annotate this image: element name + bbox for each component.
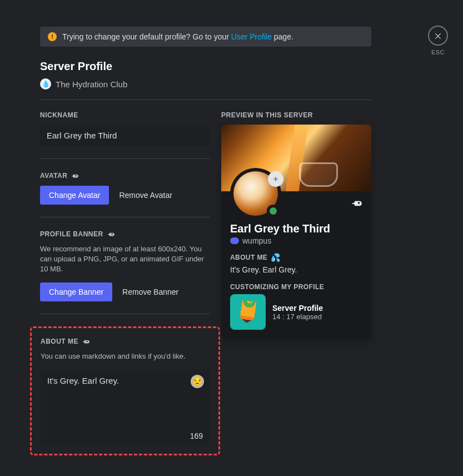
add-image-icon (272, 175, 280, 183)
change-avatar-button[interactable]: Change Avatar (40, 186, 109, 205)
page-title: Server Profile (40, 60, 371, 73)
preview-about-text: It's Grey. Earl Grey. (230, 265, 362, 274)
activity-elapsed: 14 : 17 elapsed (272, 313, 323, 321)
activity-title: Server Profile (272, 304, 323, 313)
about-me-label: ABOUT ME (41, 338, 78, 345)
divider (40, 314, 210, 314)
close-button[interactable] (428, 26, 448, 46)
server-name: The Hydration Club (56, 80, 127, 89)
nitro-badge-icon (351, 199, 364, 209)
close-icon (434, 31, 442, 40)
nitro-icon (107, 230, 116, 239)
divider (40, 100, 371, 100)
user-profile-link[interactable]: User Profile (231, 32, 272, 41)
avatar-label: AVATAR (40, 172, 67, 180)
nickname-label: NICKNAME (40, 111, 210, 119)
preview-activity-label: CUSTOMIZING MY PROFILE (230, 283, 362, 291)
bot-icon (230, 237, 239, 244)
divider (40, 217, 210, 217)
remove-avatar-button[interactable]: Remove Avatar (119, 191, 172, 200)
preview-about-label: ABOUT ME (230, 254, 267, 261)
profile-notice: ! Trying to change your default profile?… (40, 27, 371, 47)
emoji-picker-button[interactable]: 😒 (191, 375, 204, 388)
char-count: 169 (190, 432, 203, 440)
about-me-section-highlight: ABOUT ME You can use markdown and links … (30, 326, 220, 455)
remove-banner-button[interactable]: Remove Banner (122, 287, 178, 296)
status-online-icon (267, 205, 279, 217)
preview-username: wumpus (242, 236, 271, 245)
about-me-helper: You can use markdown and links if you'd … (41, 351, 210, 361)
banner-label: PROFILE BANNER (40, 230, 103, 238)
nickname-input[interactable] (40, 125, 210, 146)
esc-label: ESC (431, 49, 445, 56)
divider (40, 158, 210, 159)
about-me-input[interactable] (41, 369, 210, 443)
banner-helper: We recommend an image of at least 600x24… (40, 244, 210, 275)
preview-label: PREVIEW IN THIS SERVER (221, 111, 371, 119)
nitro-icon (82, 337, 91, 346)
activity-icon: 😊 (230, 294, 266, 330)
emoji-icon: 😒 (192, 376, 203, 386)
preview-display-name: Earl Grey the Third (230, 222, 362, 235)
warning-icon: ! (48, 32, 57, 41)
upload-avatar-button[interactable] (268, 171, 283, 187)
nitro-icon (71, 171, 79, 180)
splash-icon: 💦 (271, 253, 280, 262)
server-icon: 💧 (40, 78, 51, 90)
profile-preview-card: Earl Grey the Third wumpus ABOUT ME 💦 It… (221, 125, 371, 339)
change-banner-button[interactable]: Change Banner (40, 282, 112, 301)
notice-text: Trying to change your default profile? G… (62, 32, 293, 41)
